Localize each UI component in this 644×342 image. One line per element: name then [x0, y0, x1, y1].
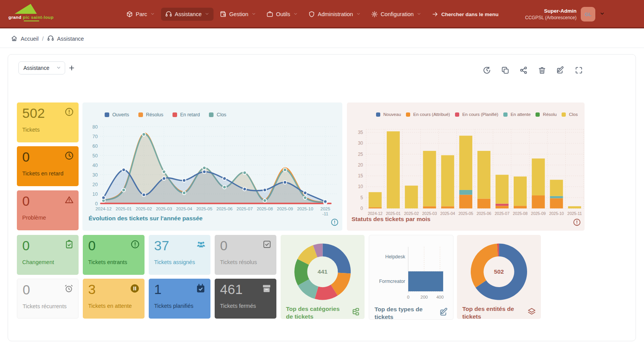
menu-item-label: Outils — [276, 11, 290, 17]
stat-card-tickets-entrants[interactable]: 0Tickets entrants — [83, 235, 145, 275]
stat-card-tickets-recurrents[interactable]: 0Tickets récurrents — [17, 279, 79, 319]
user-entity: CCGPSL (Arborescence) — [525, 15, 577, 20]
chevron-down-icon — [600, 11, 605, 18]
layers-icon — [527, 307, 536, 318]
stat-label: Changement — [22, 259, 54, 265]
menu-item-label: Chercher dans le menu — [441, 12, 498, 17]
svg-text:Helpdesk: Helpdesk — [385, 254, 406, 259]
menu-item-administration[interactable]: Administration — [304, 8, 365, 21]
svg-text:2025-10: 2025-10 — [297, 207, 313, 211]
app-logo[interactable]: grand pic saint-loup — [8, 3, 47, 21]
svg-text:2025-07: 2025-07 — [495, 211, 509, 216]
avatar[interactable]: GL — [581, 7, 595, 21]
menu-item-assistance[interactable]: Assistance — [161, 8, 214, 21]
alert-circle-icon — [330, 218, 339, 226]
headset-icon — [47, 35, 54, 42]
calendar-check-icon — [196, 283, 206, 294]
types-chart-panel[interactable]: HelpdeskFormcreator0200400 Top des types… — [369, 235, 453, 320]
user-info: Super-Admin CCGPSL (Arborescence) — [525, 8, 577, 20]
svg-text:15: 15 — [358, 173, 363, 178]
stat-card-changement[interactable]: 0Changement — [17, 235, 79, 275]
svg-text:2025-03: 2025-03 — [156, 207, 172, 211]
evolution-line-chart: 010203040506070802024-122025-012025-0220… — [82, 102, 342, 231]
menu-item-label: Gestion — [229, 11, 248, 17]
delete-button[interactable] — [538, 66, 546, 76]
stat-card-tickets-planifies[interactable]: 1Tickets planifiés — [149, 279, 210, 319]
pause-circle-icon — [130, 283, 140, 294]
gear-icon — [371, 11, 378, 18]
menu-item-configuration[interactable]: Configuration — [367, 8, 426, 21]
stat-label: Tickets entrants — [88, 259, 127, 265]
stat-label: Tickets résolus — [220, 259, 257, 265]
svg-text:2025-01: 2025-01 — [115, 207, 131, 211]
cube-icon — [126, 11, 133, 18]
stat-label: Tickets — [22, 127, 39, 133]
svg-text:0: 0 — [360, 206, 363, 211]
stat-card-tickets-en-attente[interactable]: 3Tickets en attente — [83, 279, 145, 319]
svg-text:20: 20 — [358, 162, 363, 168]
svg-text:2025-11: 2025-11 — [320, 207, 330, 216]
stat-card-tickets-en-retard[interactable]: 0Tickets en retard — [17, 146, 79, 186]
history-button[interactable] — [483, 66, 491, 76]
menu-item-outils[interactable]: Outils — [262, 8, 302, 21]
main-menu: ParcAssistanceGestionOutilsAdministratio… — [122, 0, 503, 28]
chevron-down-icon — [205, 12, 209, 16]
dashboard-select[interactable]: Assistance — [18, 61, 65, 74]
categories-chart-panel[interactable]: 441 Top des catégories de tickets — [281, 235, 365, 319]
svg-text:2025-01: 2025-01 — [386, 211, 401, 216]
stat-label: Tickets en attente — [88, 303, 132, 309]
statuts-chart-panel[interactable]: NouveauEn cours (Attribué)En cours (Plan… — [347, 102, 585, 231]
evolution-chart-panel[interactable]: OuvertsRésolusEn retardClos 010203040506… — [82, 102, 342, 231]
alert-circle-icon — [130, 240, 140, 249]
statuts-bar-chart: 051015202530352024-122025-012025-022025-… — [347, 102, 585, 231]
logo-text: grand pic saint-loup — [8, 15, 47, 20]
svg-text:2024-12: 2024-12 — [368, 211, 383, 216]
stat-card-probleme[interactable]: 0Problème — [17, 190, 79, 230]
breadcrumb-separator: / — [42, 36, 44, 42]
edit-button[interactable] — [556, 66, 565, 76]
chevron-down-icon — [417, 12, 421, 16]
svg-text:2025-11: 2025-11 — [567, 211, 582, 216]
svg-text:2025-05: 2025-05 — [458, 211, 473, 216]
chevron-down-icon — [356, 12, 361, 16]
svg-text:30: 30 — [358, 140, 363, 146]
stat-card-tickets-resolus[interactable]: 0Tickets résolus — [215, 235, 276, 275]
history-icon — [483, 66, 491, 74]
share-icon — [519, 66, 528, 74]
briefcase-icon — [266, 11, 273, 18]
svg-text:0: 0 — [407, 295, 409, 299]
svg-text:400: 400 — [436, 295, 444, 299]
menu-item-gestion[interactable]: Gestion — [215, 8, 260, 21]
duplicate-button[interactable] — [501, 66, 509, 76]
breadcrumb: Accueil / Assistance — [11, 30, 84, 48]
stat-card-tickets-fermes[interactable]: 461Tickets fermés — [215, 279, 276, 319]
users-icon — [196, 240, 206, 249]
clock-icon — [64, 151, 74, 160]
add-dashboard-button[interactable] — [68, 64, 76, 73]
menu-item-parc[interactable]: Parc — [122, 8, 159, 21]
chevron-down-icon — [56, 65, 61, 70]
alert-circle-icon — [573, 218, 581, 226]
plus-icon — [68, 64, 76, 72]
logo-triangle-icon — [14, 3, 38, 15]
stat-card-tickets-assignes[interactable]: 37Tickets assignés — [149, 235, 210, 275]
home-icon — [11, 35, 18, 42]
evolution-chart-title: Évolution des tickets sur l'année passée — [89, 215, 202, 222]
edit-icon — [439, 307, 449, 318]
fullscreen-button[interactable] — [575, 66, 583, 76]
breadcrumb-current[interactable]: Assistance — [47, 35, 84, 43]
breadcrumb-home[interactable]: Accueil — [11, 35, 39, 43]
user-menu[interactable]: Super-Admin CCGPSL (Arborescence) GL — [525, 0, 605, 28]
user-name: Super-Admin — [525, 8, 577, 14]
svg-text:2025-04: 2025-04 — [440, 211, 455, 216]
menu-item-chercher-dans-le-menu[interactable]: Chercher dans le menu — [427, 8, 503, 21]
share-button[interactable] — [519, 66, 528, 76]
menu-item-label: Configuration — [381, 11, 414, 17]
svg-text:25: 25 — [358, 152, 363, 157]
stat-card-tickets[interactable]: 502Tickets — [17, 102, 79, 142]
logo-tagline — [24, 20, 39, 21]
svg-text:50: 50 — [92, 153, 98, 159]
stat-label: Tickets récurrents — [23, 303, 67, 309]
entites-chart-panel[interactable]: 502 Top des entités de tickets — [457, 235, 541, 319]
categories-total: 441 — [281, 268, 365, 275]
